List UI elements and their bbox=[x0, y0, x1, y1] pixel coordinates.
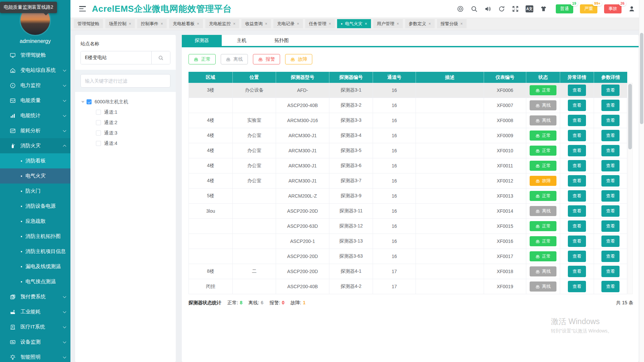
view-button[interactable]: 查看 bbox=[601, 281, 620, 292]
view-button[interactable]: 查看 bbox=[568, 145, 586, 156]
view-button[interactable]: 查看 bbox=[568, 236, 586, 247]
normal-alerts-badge[interactable]: 普通19 bbox=[556, 4, 573, 13]
sidebar-subitem-fire-equip-power[interactable]: 消防设备电源 bbox=[0, 199, 70, 214]
tab-充电记录[interactable]: 充电记录× bbox=[273, 19, 303, 28]
view-button[interactable]: 查看 bbox=[601, 236, 620, 247]
status-badge-normal[interactable]: 正常 bbox=[530, 131, 556, 141]
tab-拓扑图[interactable]: 拓扑图 bbox=[262, 35, 302, 46]
view-button[interactable]: 查看 bbox=[568, 266, 586, 277]
tab-充电桩看板[interactable]: 充电桩看板× bbox=[169, 19, 203, 28]
view-button[interactable]: 查看 bbox=[601, 85, 620, 96]
view-button[interactable]: 查看 bbox=[601, 251, 620, 262]
close-icon[interactable]: × bbox=[129, 21, 131, 26]
page-scrollbar[interactable] bbox=[639, 0, 644, 362]
status-badge-offline[interactable]: 离线 bbox=[530, 206, 556, 216]
sidebar-item-industrial-energy[interactable]: 工业能耗 bbox=[0, 304, 70, 319]
table-row[interactable]: 4楼办公室ARCM300-J1探测器3-716XF0012故障查看查看 bbox=[189, 173, 627, 189]
sidebar-item-power-monitor[interactable]: 电力监控 bbox=[0, 78, 70, 93]
tab-报警分级[interactable]: 报警分级× bbox=[437, 19, 467, 28]
table-scrollbar[interactable] bbox=[628, 83, 633, 294]
theme-icon[interactable] bbox=[540, 5, 547, 12]
status-badge-normal[interactable]: 正常 bbox=[530, 146, 556, 156]
site-search-input[interactable] bbox=[81, 51, 151, 64]
table-row[interactable]: 4楼办公室ARCM300-J1探测器3-516XF0010正常查看查看 bbox=[189, 143, 627, 158]
view-button[interactable]: 查看 bbox=[601, 190, 620, 202]
close-icon[interactable]: × bbox=[461, 21, 463, 26]
tree-node-checkbox[interactable] bbox=[96, 120, 101, 125]
tree-filter-input[interactable] bbox=[80, 74, 170, 88]
close-icon[interactable]: × bbox=[397, 21, 399, 26]
tree-node-channel-1[interactable]: 通道:1 bbox=[80, 107, 170, 117]
table-row[interactable]: 闭挂ASCP200-40B探测器4-217XF0019离线查看查看 bbox=[189, 279, 627, 294]
tab-主机[interactable]: 主机 bbox=[222, 35, 262, 46]
close-icon[interactable]: × bbox=[197, 21, 199, 26]
tab-电气火灾[interactable]: ●电气火灾× bbox=[337, 19, 371, 28]
status-badge-normal[interactable]: 正常 bbox=[530, 191, 556, 201]
sidebar-item-energy-analysis[interactable]: 能耗分析 bbox=[0, 123, 70, 138]
tree-node-checkbox[interactable] bbox=[96, 131, 101, 136]
sidebar-subitem-fire-door[interactable]: 防火门 bbox=[0, 184, 70, 199]
sidebar-item-device-monitor[interactable]: 设备监测 bbox=[0, 334, 70, 350]
menu-collapse-icon[interactable] bbox=[79, 6, 86, 11]
translate-icon[interactable]: A文 bbox=[526, 5, 533, 12]
filter-fault-button[interactable]: 故障 bbox=[285, 54, 312, 64]
close-icon[interactable]: × bbox=[265, 21, 267, 26]
table-row[interactable]: ASCP200-63D探测器3-1216XF0015正常查看查看 bbox=[189, 219, 627, 234]
sidebar-subitem-leakage-cable-temp[interactable]: 漏电及线缆测温 bbox=[0, 259, 70, 274]
filter-normal-button[interactable]: 正常 bbox=[189, 54, 216, 64]
view-button[interactable]: 查看 bbox=[568, 160, 586, 171]
accident-alerts-badge[interactable]: 事故26 bbox=[604, 4, 622, 13]
support-icon[interactable] bbox=[457, 5, 464, 12]
status-badge-offline[interactable]: 离线 bbox=[530, 266, 556, 276]
volume-icon[interactable] bbox=[484, 5, 491, 12]
tree-root-checkbox[interactable] bbox=[87, 99, 92, 104]
tab-探测器[interactable]: 探测器 bbox=[182, 35, 222, 46]
tab-参数定义[interactable]: 参数定义× bbox=[405, 19, 435, 28]
view-button[interactable]: 查看 bbox=[601, 145, 620, 156]
status-badge-normal[interactable]: 正常 bbox=[530, 236, 556, 246]
tab-用户管理[interactable]: 用户管理× bbox=[373, 19, 403, 28]
view-button[interactable]: 查看 bbox=[601, 115, 620, 126]
status-badge-offline[interactable]: 离线 bbox=[530, 115, 556, 125]
table-row[interactable]: ASCP200-40B探测器3-216XF0007离线查看查看 bbox=[189, 98, 627, 113]
view-button[interactable]: 查看 bbox=[568, 190, 586, 202]
view-button[interactable]: 查看 bbox=[601, 220, 620, 232]
tab-控制事件[interactable]: 控制事件× bbox=[137, 19, 167, 28]
tab-充电桩监控[interactable]: 充电桩监控× bbox=[205, 19, 239, 28]
tree-node-channel-4[interactable]: 通道:4 bbox=[80, 138, 170, 149]
status-badge-normal[interactable]: 正常 bbox=[530, 221, 556, 231]
status-badge-offline[interactable]: 离线 bbox=[530, 281, 556, 292]
fullscreen-icon[interactable] bbox=[512, 5, 519, 12]
tab-场景控制[interactable]: 场景控制× bbox=[105, 19, 135, 28]
status-badge-normal[interactable]: 正常 bbox=[530, 161, 556, 171]
sidebar-subitem-fire-host-project-info[interactable]: 消防主机项目信息 bbox=[0, 244, 70, 259]
view-button[interactable]: 查看 bbox=[601, 130, 620, 141]
view-button[interactable]: 查看 bbox=[601, 205, 620, 217]
tab-收益查询[interactable]: 收益查询× bbox=[241, 19, 271, 28]
table-row[interactable]: 3louASCP200-20D探测器3-1116XF0014离线查看查看 bbox=[189, 204, 627, 219]
tree-node-checkbox[interactable] bbox=[96, 110, 101, 115]
table-row[interactable]: 4楼办公室ARCM300-J1探测器3-416XF0009正常查看查看 bbox=[189, 128, 627, 143]
close-icon[interactable]: × bbox=[329, 21, 331, 26]
view-button[interactable]: 查看 bbox=[568, 175, 586, 187]
severe-alerts-badge[interactable]: 严重99+ bbox=[580, 4, 597, 13]
page-scrollbar-thumb[interactable] bbox=[640, 33, 643, 124]
close-icon[interactable]: × bbox=[233, 21, 235, 26]
table-row[interactable]: 4楼实验室ARCM300-J16探测器3-316XF0008离线查看查看 bbox=[189, 113, 627, 128]
table-row[interactable]: 3楼办公设备AFD-探测器3-116XF0006正常查看查看 bbox=[189, 83, 627, 98]
sidebar-subitem-fire-board[interactable]: 消防看板 bbox=[0, 153, 70, 168]
sidebar-subitem-emergency-evacuation[interactable]: 应急疏散 bbox=[0, 214, 70, 229]
close-icon[interactable]: × bbox=[429, 21, 431, 26]
view-button[interactable]: 查看 bbox=[601, 175, 620, 187]
sidebar-item-smart-lighting[interactable]: 智能照明 bbox=[0, 350, 70, 362]
sidebar-item-prepaid-system[interactable]: 预付费系统 bbox=[0, 289, 70, 304]
caret-down-icon[interactable] bbox=[81, 101, 85, 103]
view-button[interactable]: 查看 bbox=[568, 281, 586, 292]
table-row[interactable]: ASCP200-1探测器3-1316XF0016正常查看查看 bbox=[189, 234, 627, 249]
close-icon[interactable]: × bbox=[161, 21, 163, 26]
sidebar-subitem-fire-host-topology[interactable]: 消防主机拓扑图 bbox=[0, 229, 70, 244]
tree-node-channel-3[interactable]: 通道:3 bbox=[80, 128, 170, 138]
close-icon[interactable]: × bbox=[365, 21, 367, 26]
view-button[interactable]: 查看 bbox=[601, 160, 620, 171]
status-badge-normal[interactable]: 正常 bbox=[530, 251, 556, 261]
